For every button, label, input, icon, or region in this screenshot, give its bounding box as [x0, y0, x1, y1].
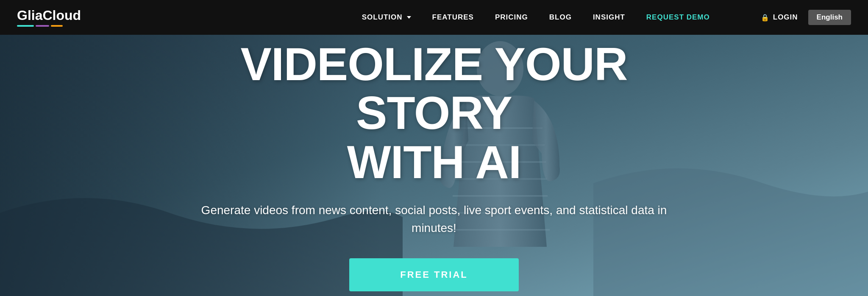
- hero-subtitle: Generate videos from news content, socia…: [197, 201, 671, 237]
- nav-link-insight[interactable]: INSIGHT: [593, 13, 625, 22]
- chevron-down-icon: [407, 16, 411, 19]
- nav-link-features[interactable]: FEATURES: [432, 13, 474, 22]
- logo-bar-teal: [17, 25, 34, 27]
- hero-title-line1: VIDEOLIZE YOUR STORY: [241, 38, 628, 139]
- logo-underline: [17, 25, 81, 27]
- nav-links: SOLUTION FEATURES PRICING BLOG INSIGHT R…: [362, 13, 710, 22]
- free-trial-button[interactable]: FREE TRIAL: [349, 258, 519, 291]
- logo-text: GliaCloud: [17, 8, 81, 23]
- login-button[interactable]: 🔒 LOGIN: [761, 13, 798, 22]
- hero-title: VIDEOLIZE YOUR STORY WITH AI: [197, 39, 671, 187]
- nav-link-request-demo[interactable]: REQUEST DEMO: [646, 13, 710, 22]
- nav-link-solution[interactable]: SOLUTION: [362, 13, 411, 22]
- hero-section: VIDEOLIZE YOUR STORY WITH AI Generate vi…: [0, 35, 868, 296]
- nav-right: 🔒 LOGIN English: [761, 10, 851, 25]
- nav-link-blog[interactable]: BLOG: [549, 13, 572, 22]
- nav-link-pricing[interactable]: PRICING: [495, 13, 528, 22]
- logo[interactable]: GliaCloud: [17, 8, 81, 26]
- hero-content: VIDEOLIZE YOUR STORY WITH AI Generate vi…: [180, 39, 688, 292]
- hero-title-line2: WITH AI: [347, 136, 521, 188]
- navbar: GliaCloud SOLUTION FEATURES PRICING BLOG…: [0, 0, 868, 35]
- logo-bar-purple: [36, 25, 49, 27]
- lock-icon: 🔒: [761, 14, 770, 22]
- language-selector[interactable]: English: [808, 10, 851, 25]
- logo-bar-orange: [51, 25, 63, 27]
